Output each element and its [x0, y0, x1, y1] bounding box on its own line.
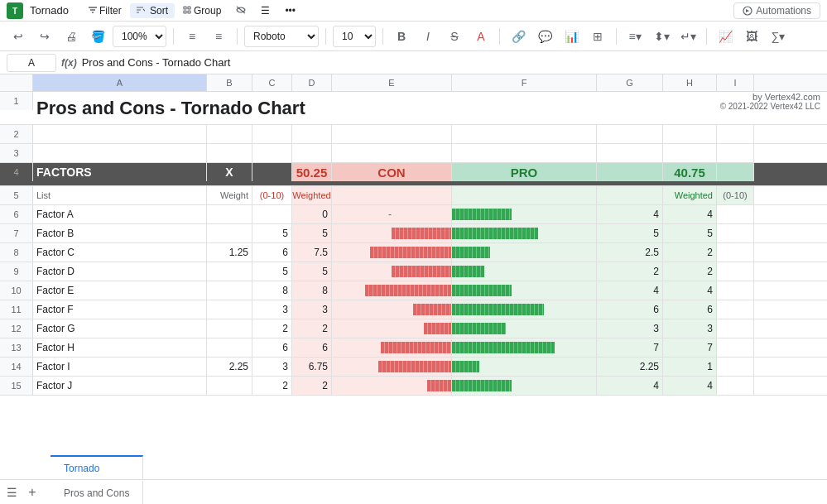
- chart-button[interactable]: 📊: [560, 25, 583, 48]
- rownum-12[interactable]: 12: [0, 319, 33, 338]
- format-btn1[interactable]: ≡: [180, 25, 204, 48]
- bold-button[interactable]: B: [390, 25, 413, 48]
- rownum-11[interactable]: 11: [0, 300, 33, 319]
- rownum-10[interactable]: 10: [0, 281, 33, 300]
- cell-a3[interactable]: [33, 144, 207, 162]
- cell-c9[interactable]: 5: [252, 262, 292, 281]
- cell-c13[interactable]: 6: [252, 338, 292, 357]
- menu-group[interactable]: Group: [176, 3, 228, 18]
- menu-list[interactable]: ☰: [254, 3, 276, 18]
- format-btn2[interactable]: ≡: [207, 25, 230, 48]
- print-button[interactable]: 🖨: [60, 25, 83, 48]
- menu-more[interactable]: •••: [278, 3, 302, 18]
- cell-h2[interactable]: [663, 125, 717, 143]
- menu-hide[interactable]: [229, 3, 252, 18]
- tab-pros-and-cons[interactable]: Pros and Cons: [50, 480, 143, 505]
- cell-b11[interactable]: [207, 300, 252, 319]
- image-button[interactable]: 🖼: [740, 25, 763, 48]
- cell-b14[interactable]: 2.25: [207, 358, 252, 376]
- font-select[interactable]: Roboto: [244, 26, 319, 47]
- col-header-e[interactable]: E: [332, 74, 452, 91]
- col-header-b[interactable]: B: [207, 74, 252, 91]
- col-header-f[interactable]: F: [452, 74, 597, 91]
- rownum-5[interactable]: 5: [0, 186, 33, 204]
- cell-a2[interactable]: [33, 125, 207, 143]
- cell-b15[interactable]: [207, 377, 252, 395]
- cell-a11[interactable]: Factor F: [33, 300, 207, 319]
- col-header-d[interactable]: D: [292, 74, 332, 91]
- col-header-c[interactable]: C: [252, 74, 292, 91]
- italic-button[interactable]: I: [416, 25, 440, 48]
- cell-a7[interactable]: Factor B: [33, 224, 207, 242]
- rownum-9[interactable]: 9: [0, 262, 33, 281]
- undo-button[interactable]: ↩: [7, 25, 30, 48]
- cell-b12[interactable]: [207, 319, 252, 338]
- menu-sort[interactable]: Sort: [130, 3, 175, 18]
- wrap-button[interactable]: ↵▾: [676, 25, 700, 48]
- cell-b6[interactable]: [207, 205, 252, 223]
- sparkline-button[interactable]: 📈: [714, 25, 737, 48]
- cell-d3[interactable]: [292, 144, 332, 162]
- cell-c6[interactable]: [252, 205, 292, 223]
- menu-filter[interactable]: Filter: [82, 3, 128, 18]
- automations-button[interactable]: Automations: [733, 2, 820, 19]
- comment-button[interactable]: 💬: [533, 25, 556, 48]
- cell-b9[interactable]: [207, 262, 252, 281]
- cell-a1[interactable]: Pros and Cons - Tornado Chart: [33, 92, 480, 125]
- cell-e3[interactable]: [332, 144, 452, 162]
- cell-a15[interactable]: Factor J: [33, 377, 207, 395]
- cell-h3[interactable]: [663, 144, 717, 162]
- cell-reference[interactable]: [7, 54, 56, 72]
- cell-g2[interactable]: [597, 125, 663, 143]
- cell-a10[interactable]: Factor E: [33, 281, 207, 300]
- col-header-h[interactable]: H: [663, 74, 717, 91]
- cell-f2[interactable]: [452, 125, 597, 143]
- col-header-i[interactable]: I: [717, 74, 754, 91]
- add-sheet-button[interactable]: +: [21, 481, 44, 504]
- cell-b10[interactable]: [207, 281, 252, 300]
- align-button[interactable]: ≡▾: [623, 25, 647, 48]
- cell-a12[interactable]: Factor G: [33, 319, 207, 338]
- rownum-1[interactable]: 1: [0, 92, 33, 110]
- cell-a13[interactable]: Factor H: [33, 338, 207, 357]
- rownum-4[interactable]: 4: [0, 163, 33, 181]
- cell-b13[interactable]: [207, 338, 252, 357]
- zoom-select[interactable]: 100%: [113, 26, 166, 47]
- cell-c11[interactable]: 3: [252, 300, 292, 319]
- rownum-7[interactable]: 7: [0, 224, 33, 242]
- cell-a9[interactable]: Factor D: [33, 262, 207, 281]
- redo-button[interactable]: ↪: [33, 25, 56, 48]
- cell-f3[interactable]: [452, 144, 597, 162]
- cell-b3[interactable]: [207, 144, 252, 162]
- cell-c10[interactable]: 8: [252, 281, 292, 300]
- formula-input[interactable]: [82, 54, 820, 72]
- cell-c8[interactable]: 6: [252, 243, 292, 262]
- filter2-button[interactable]: ⊞: [586, 25, 609, 48]
- cell-i3[interactable]: [717, 144, 754, 162]
- strikethrough-button[interactable]: S: [443, 25, 466, 48]
- cell-a14[interactable]: Factor I: [33, 358, 207, 376]
- cell-i2[interactable]: [717, 125, 754, 143]
- cell-c2[interactable]: [252, 125, 292, 143]
- cell-d2[interactable]: [292, 125, 332, 143]
- rownum-3[interactable]: 3: [0, 144, 33, 162]
- font-size-select[interactable]: 10: [333, 26, 376, 47]
- rownum-15[interactable]: 15: [0, 377, 33, 395]
- cell-a6[interactable]: Factor A: [33, 205, 207, 223]
- paint-button[interactable]: 🪣: [86, 25, 109, 48]
- tab-tornado[interactable]: Tornado: [50, 455, 143, 480]
- cell-c12[interactable]: 2: [252, 319, 292, 338]
- cell-g3[interactable]: [597, 144, 663, 162]
- cell-a8[interactable]: Factor C: [33, 243, 207, 262]
- menu-icon[interactable]: ☰: [7, 486, 17, 499]
- cell-b2[interactable]: [207, 125, 252, 143]
- color-button[interactable]: A: [469, 25, 493, 48]
- cell-c14[interactable]: 3: [252, 358, 292, 376]
- cell-c7[interactable]: 5: [252, 224, 292, 242]
- rownum-14[interactable]: 14: [0, 358, 33, 376]
- cell-b8[interactable]: 1.25: [207, 243, 252, 262]
- link-button[interactable]: 🔗: [507, 25, 530, 48]
- rownum-2[interactable]: 2: [0, 125, 33, 143]
- cell-e2[interactable]: [332, 125, 452, 143]
- cell-c15[interactable]: 2: [252, 377, 292, 395]
